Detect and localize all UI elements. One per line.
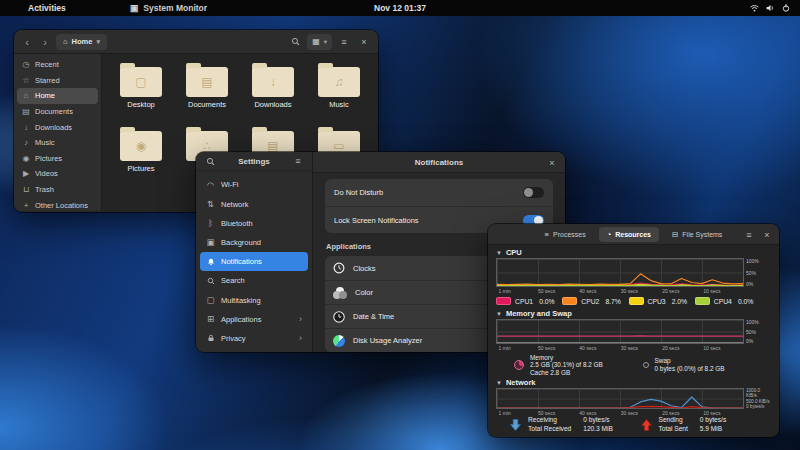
document-icon: ▤	[267, 139, 278, 153]
star-icon: ☆	[22, 76, 30, 85]
files-close-button[interactable]: ×	[356, 34, 372, 50]
network-icon: ⇅	[206, 199, 215, 209]
settings-item-notifications[interactable]: Notifications	[200, 252, 308, 271]
network-y-axis: 1000.0 KiB/s500.0 KiB/s0 bytes/s	[744, 388, 771, 409]
document-icon: ▤	[201, 75, 212, 89]
path-label: Home	[72, 37, 93, 46]
collapse-arrow-icon: ▼	[496, 311, 502, 317]
cpu4-legend-entry[interactable]: CPU40.0%	[695, 297, 761, 305]
settings-close-button[interactable]: ×	[544, 155, 560, 171]
panel-title: Notifications	[415, 158, 463, 167]
memory-section-header[interactable]: ▼ Memory and Swap	[496, 308, 771, 319]
settings-item-wifi[interactable]: ◠Wi-Fi	[200, 175, 308, 194]
cpu-legend: CPU10.0% CPU28.7% CPU32.0% CPU40.0%	[496, 294, 771, 308]
cpu1-swatch	[496, 297, 511, 305]
swap-label: Swap	[655, 357, 725, 365]
search-button[interactable]	[287, 34, 303, 50]
sysmon-menu-button[interactable]: ≡	[741, 227, 757, 243]
network-x-axis: 1 min50 secs40 secs30 secs20 secs10 secs	[496, 409, 744, 416]
memory-legend: Memory 2.5 GB (30.1%) of 8.2 GB Cache 2.…	[496, 351, 771, 377]
cpu1-legend-entry[interactable]: CPU10.0%	[496, 297, 562, 305]
sidebar-item-documents[interactable]: ▤Documents	[17, 104, 98, 120]
sidebar-item-trash[interactable]: ⊔Trash	[17, 182, 98, 198]
total-received-label: Total Received	[528, 425, 571, 433]
settings-item-multitasking[interactable]: ▢Multitasking	[200, 290, 308, 309]
collapse-arrow-icon: ▼	[496, 250, 502, 256]
document-icon: ▤	[22, 107, 30, 116]
view-switcher[interactable]: ▦ ▾	[307, 34, 332, 50]
settings-item-applications[interactable]: ⊞Applications›	[200, 310, 308, 329]
path-bar[interactable]: ⌂ Home ▾	[56, 34, 107, 50]
receiving-rate: 0 bytes/s	[583, 416, 613, 424]
upload-arrow-icon	[641, 419, 652, 431]
folder-icon: ▢	[120, 67, 162, 97]
sidebar-item-videos[interactable]: ▶Videos	[17, 166, 98, 182]
home-icon: ⌂	[22, 91, 30, 100]
camera-icon: ◉	[22, 154, 30, 163]
sidebar-item-pictures[interactable]: ◉Pictures	[17, 151, 98, 167]
total-sent-label: Total Sent	[659, 425, 688, 433]
sidebar-item-downloads[interactable]: ↓Downloads	[17, 119, 98, 135]
tab-processes[interactable]: ≡Processes	[537, 227, 594, 242]
sidebar-item-music[interactable]: ♪Music	[17, 135, 98, 151]
memory-label: Memory	[530, 354, 603, 362]
sidebar-item-home[interactable]: ⌂Home	[17, 88, 98, 104]
activities-button[interactable]: Activities	[28, 3, 66, 13]
network-totals: Receiving 0 bytes/s Total Received 120.3…	[496, 416, 771, 435]
sidebar-item-starred[interactable]: ☆Starred	[17, 73, 98, 89]
back-button[interactable]: ‹	[20, 36, 34, 48]
folder-icon: ↓	[252, 67, 294, 97]
plus-icon: +	[22, 201, 30, 210]
receiving-label: Receiving	[528, 416, 571, 424]
status-area[interactable]	[750, 4, 790, 12]
forward-button[interactable]: ›	[38, 36, 52, 48]
files-sidebar: ◷Recent ☆Starred ⌂Home ▤Documents ↓Downl…	[14, 54, 102, 211]
collapse-arrow-icon: ▼	[496, 380, 502, 386]
cpu-y-axis: 100%50%0%	[744, 258, 771, 287]
folder-music[interactable]: ♫Music	[306, 60, 372, 124]
settings-item-bluetooth[interactable]: ᛒBluetooth	[200, 214, 308, 233]
focused-app-indicator[interactable]: ▣ System Monitor	[130, 3, 207, 13]
receiving-block: Receiving 0 bytes/s Total Received 120.3…	[510, 416, 641, 433]
wifi-icon: ◠	[206, 180, 215, 190]
home-icon: ⌂	[63, 37, 68, 46]
cpu-section-header[interactable]: ▼ CPU	[496, 247, 771, 258]
color-app-icon	[333, 287, 347, 299]
app-window-icon: ▣	[130, 3, 139, 13]
clocks-app-icon	[333, 262, 345, 274]
tab-file-systems[interactable]: ⊟File Systems	[664, 227, 730, 242]
settings-search-button[interactable]	[202, 153, 218, 169]
network-section-header[interactable]: ▼ Network	[496, 377, 771, 388]
chevron-down-icon: ▾	[324, 38, 327, 46]
do-not-disturb-toggle[interactable]	[523, 187, 544, 198]
folder-downloads[interactable]: ↓Downloads	[240, 60, 306, 124]
window-icon: ▢	[206, 295, 215, 305]
folder-pictures[interactable]: ◉Pictures	[108, 124, 174, 188]
download-icon: ↓	[22, 123, 30, 132]
settings-menu-button[interactable]: ≡	[290, 153, 306, 169]
swap-value: 0 bytes (0.0%) of 8.2 GB	[655, 365, 725, 373]
sysmon-close-button[interactable]: ×	[759, 227, 775, 243]
camera-icon: ◉	[136, 139, 146, 153]
cpu3-legend-entry[interactable]: CPU32.0%	[629, 297, 695, 305]
music-icon: ♫	[335, 75, 344, 89]
bell-icon	[206, 258, 215, 266]
total-sent-value: 5.9 MiB	[700, 425, 726, 433]
sending-rate: 0 bytes/s	[700, 416, 726, 424]
settings-item-background[interactable]: ▣Background	[200, 233, 308, 252]
bluetooth-icon: ᛒ	[206, 218, 215, 228]
clock[interactable]: Nov 12 01:37	[0, 3, 800, 13]
settings-item-privacy[interactable]: Privacy ›	[200, 329, 308, 348]
folder-desktop[interactable]: ▢Desktop	[108, 60, 174, 124]
sending-label: Sending	[659, 416, 688, 424]
settings-item-search[interactable]: Search	[200, 271, 308, 290]
sidebar-item-other-locations[interactable]: +Other Locations	[17, 197, 98, 212]
sidebar-item-recent[interactable]: ◷Recent	[17, 57, 98, 73]
settings-item-network[interactable]: ⇅Network	[200, 195, 308, 214]
trash-icon: ⊔	[22, 185, 30, 194]
files-menu-button[interactable]: ≡	[336, 34, 352, 50]
tab-resources[interactable]: ◔Resources	[599, 227, 659, 242]
folder-documents[interactable]: ▤Documents	[174, 60, 240, 124]
cpu2-legend-entry[interactable]: CPU28.7%	[562, 297, 628, 305]
total-received-value: 120.3 MiB	[583, 425, 613, 433]
